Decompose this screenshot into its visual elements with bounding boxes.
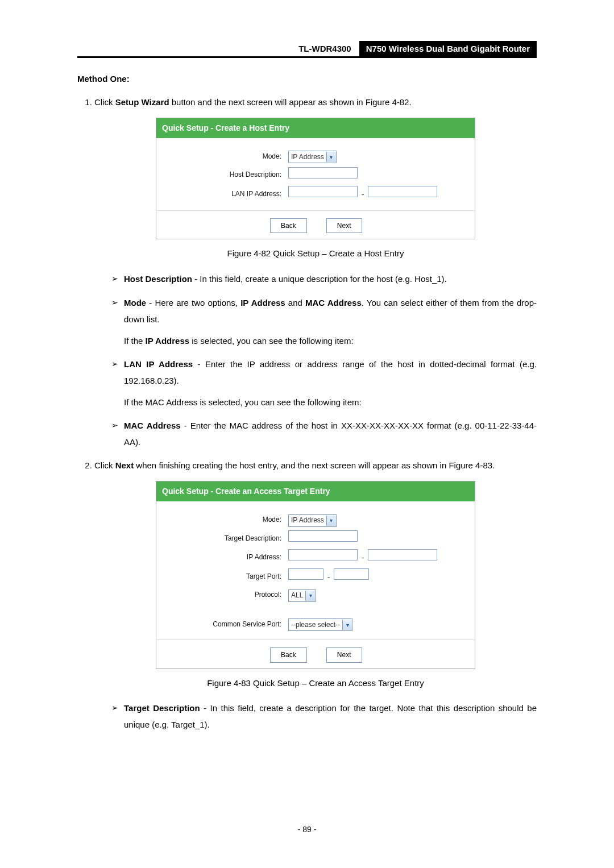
step2-prefix: Click (94, 460, 115, 470)
b3-bold: LAN IP Address (124, 359, 193, 369)
step1-bold: Setup Wizard (115, 97, 169, 107)
target-desc-label: Target Description: (164, 529, 285, 548)
method-one-label: Method One: (77, 74, 537, 84)
host-entry-panel-title: Quick Setup - Create a Host Entry (156, 118, 475, 139)
b1-rest: - In this field, create a unique descrip… (192, 274, 447, 284)
ip-input-to[interactable] (368, 549, 437, 560)
target-bullet-list: Target Description - In this field, crea… (94, 700, 537, 733)
port-label: Target Port: (164, 567, 285, 586)
bullet-mode: Mode - Here are two options, IP Address … (111, 295, 537, 348)
csp-select[interactable]: --please select-- ▾ (288, 618, 352, 631)
t-mode-label: Mode: (164, 510, 285, 529)
chevron-down-icon: ▾ (305, 591, 315, 601)
range-dash: - (360, 187, 366, 202)
step-1: Click Setup Wizard button and the next s… (94, 95, 537, 450)
host-entry-footer: Back Next (156, 210, 475, 239)
header-model: TL-WDR4300 (291, 41, 359, 56)
target-entry-footer: Back Next (156, 639, 475, 668)
range-dash: - (360, 550, 366, 565)
t-mode-select-value: IP Address (291, 514, 324, 526)
host-desc-label: Host Description: (164, 165, 285, 185)
chevron-down-icon: ▾ (326, 152, 336, 162)
page: TL-WDR4300 N750 Wireless Dual Band Gigab… (0, 0, 614, 868)
range-dash: - (326, 570, 331, 584)
b4-rest: - Enter the MAC address of the host in X… (124, 421, 537, 447)
b4-bold: MAC Address (124, 421, 181, 430)
bullet-macaddress: MAC Address - Enter the MAC address of t… (111, 418, 537, 450)
b2-mid2: and (285, 298, 305, 308)
lanip-label: LAN IP Address: (164, 184, 285, 203)
host-bullet-list: Host Description - In this field, create… (94, 271, 537, 451)
step-2: Click Next when finishing creating the h… (94, 458, 537, 733)
figure-caption-1: Figure 4-82 Quick Setup – Create a Host … (94, 246, 537, 261)
lanip-input-to[interactable] (368, 186, 437, 197)
b2-bold2: IP Address (240, 298, 285, 308)
ip-label: IP Address: (164, 547, 285, 567)
tb1-bold: Target Description (124, 703, 200, 713)
host-entry-panel-body: Mode: IP Address ▾ Host Description: (156, 138, 475, 210)
lanip-input-from[interactable] (288, 186, 358, 197)
b2-bold3: MAC Address (305, 298, 362, 308)
bullet-lanip: LAN IP Address - Enter the IP address or… (111, 356, 537, 410)
header-spacer (77, 41, 291, 56)
csp-select-value: --please select-- (291, 619, 340, 630)
mode-label: Mode: (164, 147, 285, 165)
mode-select[interactable]: IP Address ▾ (288, 151, 337, 163)
next-button[interactable]: Next (326, 218, 362, 233)
b3-sub: If the MAC Address is selected, you can … (124, 394, 537, 410)
host-entry-panel: Quick Setup - Create a Host Entry Mode: … (156, 118, 475, 240)
b2-sub-rest: is selected, you can see the following i… (189, 336, 354, 346)
b2-mid1: - Here are two options, (146, 298, 240, 308)
host-entry-form: Mode: IP Address ▾ Host Description: (164, 147, 441, 203)
b2-sub: If the IP Address is selected, you can s… (124, 333, 537, 348)
back-button[interactable]: Back (270, 647, 307, 662)
port-input-from[interactable] (288, 568, 323, 580)
ip-input-from[interactable] (288, 549, 358, 560)
header-title: N750 Wireless Dual Band Gigabit Router (359, 41, 537, 56)
numbered-list: Click Setup Wizard button and the next s… (77, 95, 537, 733)
header-bar: TL-WDR4300 N750 Wireless Dual Band Gigab… (77, 41, 537, 58)
bullet-target-description: Target Description - In this field, crea… (111, 700, 537, 733)
mode-select-value: IP Address (291, 151, 324, 163)
proto-select-value: ALL (291, 589, 303, 601)
host-desc-input[interactable] (288, 167, 358, 178)
back-button[interactable]: Back (270, 218, 307, 233)
target-entry-panel-title: Quick Setup - Create an Access Target En… (156, 481, 475, 502)
target-entry-panel-body: Mode: IP Address ▾ Target Description: (156, 501, 475, 639)
b2-sub-bold: IP Address (146, 336, 190, 346)
next-button[interactable]: Next (326, 647, 362, 662)
chevron-down-icon: ▾ (342, 620, 352, 630)
step1-rest: button and the next screen will appear a… (169, 97, 412, 107)
b2-sub-prefix: If the (124, 336, 146, 346)
bullet-host-description: Host Description - In this field, create… (111, 271, 537, 288)
b2-bold: Mode (124, 298, 146, 308)
step2-bold: Next (115, 460, 134, 470)
step2-rest: when finishing creating the host entry, … (134, 460, 495, 470)
port-input-to[interactable] (334, 568, 369, 580)
target-desc-input[interactable] (288, 530, 358, 542)
chevron-down-icon: ▾ (326, 516, 336, 526)
target-entry-form: Mode: IP Address ▾ Target Description: (164, 510, 441, 633)
t-mode-select[interactable]: IP Address ▾ (288, 514, 337, 527)
target-entry-panel: Quick Setup - Create an Access Target En… (156, 481, 475, 669)
csp-label: Common Service Port: (164, 615, 285, 633)
step1-prefix: Click (94, 97, 115, 107)
proto-label: Protocol: (164, 585, 285, 604)
b1-bold: Host Description (124, 274, 192, 284)
proto-select[interactable]: ALL ▾ (288, 589, 316, 602)
page-number: - 89 - (0, 825, 614, 834)
figure-caption-2: Figure 4-83 Quick Setup – Create an Acce… (94, 676, 537, 691)
content: Method One: Click Setup Wizard button an… (77, 74, 537, 733)
